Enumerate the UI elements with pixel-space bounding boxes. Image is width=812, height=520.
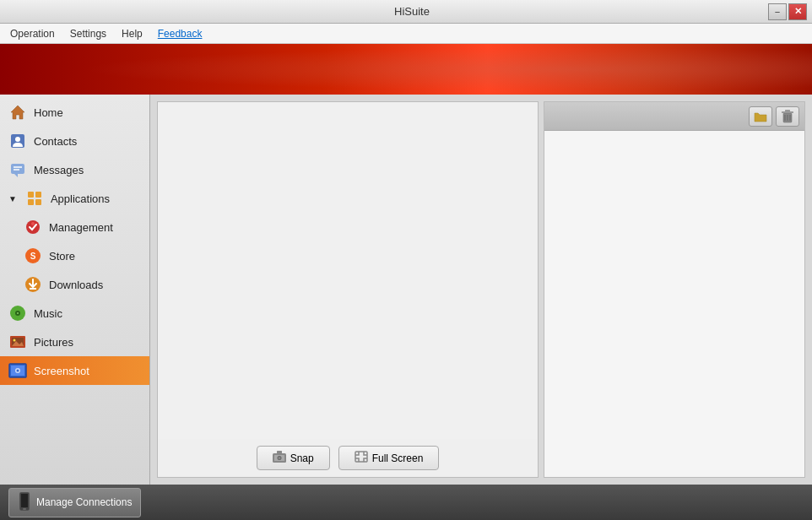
phone-icon xyxy=(18,492,31,513)
svg-marker-4 xyxy=(14,174,18,177)
management-icon xyxy=(24,218,42,236)
fullscreen-button[interactable]: Full Screen xyxy=(338,446,440,470)
svg-rect-8 xyxy=(35,192,41,198)
messages-icon xyxy=(8,160,27,179)
folder-button[interactable] xyxy=(749,106,772,127)
right-content xyxy=(544,131,804,477)
store-icon: S xyxy=(24,246,42,265)
svg-rect-42 xyxy=(23,508,26,510)
screenshot-icon xyxy=(8,361,27,380)
applications-icon xyxy=(25,189,44,208)
sidebar-label-music: Music xyxy=(34,307,62,320)
svg-rect-36 xyxy=(785,110,790,111)
svg-rect-32 xyxy=(277,451,282,453)
sidebar-item-management[interactable]: Management xyxy=(0,213,149,241)
header-banner xyxy=(0,44,812,95)
sidebar-item-downloads[interactable]: Downloads xyxy=(0,270,149,299)
right-panel xyxy=(544,101,805,478)
svg-point-31 xyxy=(278,457,280,459)
sidebar-item-contacts[interactable]: Contacts xyxy=(0,127,149,155)
svg-point-19 xyxy=(17,312,19,314)
sidebar-item-store[interactable]: S Store xyxy=(0,241,149,270)
snap-button[interactable]: Snap xyxy=(257,446,330,470)
sidebar-item-pictures[interactable]: Pictures xyxy=(0,328,149,356)
sidebar-label-management: Management xyxy=(49,221,113,234)
menu-bar: Operation Settings Help Feedback xyxy=(0,24,812,44)
svg-rect-41 xyxy=(21,494,28,507)
svg-point-27 xyxy=(17,370,19,372)
close-button[interactable]: ✕ xyxy=(788,3,807,20)
svg-rect-7 xyxy=(28,192,34,198)
sidebar-label-store: Store xyxy=(49,250,75,263)
screenshot-preview xyxy=(158,102,538,439)
home-icon xyxy=(8,103,27,122)
sidebar-item-screenshot[interactable]: Screenshot xyxy=(0,356,149,385)
screenshot-panel: Snap Full Screen xyxy=(157,101,539,478)
content-area: Snap Full Screen xyxy=(150,95,812,485)
main-layout: Home Contacts M xyxy=(0,95,812,485)
snap-label: Snap xyxy=(290,452,314,464)
window-controls: − ✕ xyxy=(768,3,807,20)
svg-point-12 xyxy=(31,222,35,225)
fullscreen-icon xyxy=(355,451,368,465)
sidebar-label-home: Home xyxy=(34,106,63,119)
sidebar-label-screenshot: Screenshot xyxy=(34,365,89,377)
downloads-icon xyxy=(24,275,42,294)
sidebar-item-messages[interactable]: Messages xyxy=(0,155,149,184)
sidebar: Home Contacts M xyxy=(0,95,150,485)
svg-marker-0 xyxy=(11,106,24,119)
sidebar-label-messages: Messages xyxy=(34,164,84,176)
menu-feedback[interactable]: Feedback xyxy=(151,26,209,41)
menu-settings[interactable]: Settings xyxy=(63,26,113,41)
svg-rect-33 xyxy=(355,452,367,462)
svg-rect-10 xyxy=(35,199,41,205)
svg-point-22 xyxy=(14,339,16,342)
music-icon xyxy=(8,304,27,322)
manage-connections-label: Manage Connections xyxy=(36,496,132,508)
sidebar-label-contacts: Contacts xyxy=(34,135,77,148)
manage-connections-button[interactable]: Manage Connections xyxy=(8,488,141,517)
svg-rect-3 xyxy=(11,164,24,174)
contacts-icon xyxy=(8,132,27,150)
window-title: HiSuite xyxy=(56,5,768,18)
snap-icon xyxy=(273,451,286,465)
collapse-arrow-applications: ▼ xyxy=(8,194,17,203)
svg-point-2 xyxy=(15,137,20,142)
screenshot-buttons: Snap Full Screen xyxy=(158,439,538,477)
svg-rect-9 xyxy=(28,199,34,205)
trash-button[interactable] xyxy=(776,106,799,127)
minimize-button[interactable]: − xyxy=(768,3,787,20)
bottom-bar: Manage Connections xyxy=(0,485,812,520)
sidebar-item-home[interactable]: Home xyxy=(0,98,149,127)
sidebar-item-applications[interactable]: ▼ Applications xyxy=(0,184,149,213)
sidebar-label-pictures: Pictures xyxy=(34,336,73,349)
sidebar-label-applications: Applications xyxy=(51,192,110,205)
sidebar-item-music[interactable]: Music xyxy=(0,299,149,328)
pictures-icon xyxy=(8,333,27,351)
svg-rect-35 xyxy=(782,111,793,113)
title-bar: HiSuite − ✕ xyxy=(0,0,812,24)
menu-help[interactable]: Help xyxy=(115,26,149,41)
menu-operation[interactable]: Operation xyxy=(3,26,62,41)
fullscreen-label: Full Screen xyxy=(372,452,424,464)
sidebar-label-downloads: Downloads xyxy=(49,279,103,291)
right-toolbar xyxy=(544,102,804,131)
svg-text:S: S xyxy=(30,252,36,261)
